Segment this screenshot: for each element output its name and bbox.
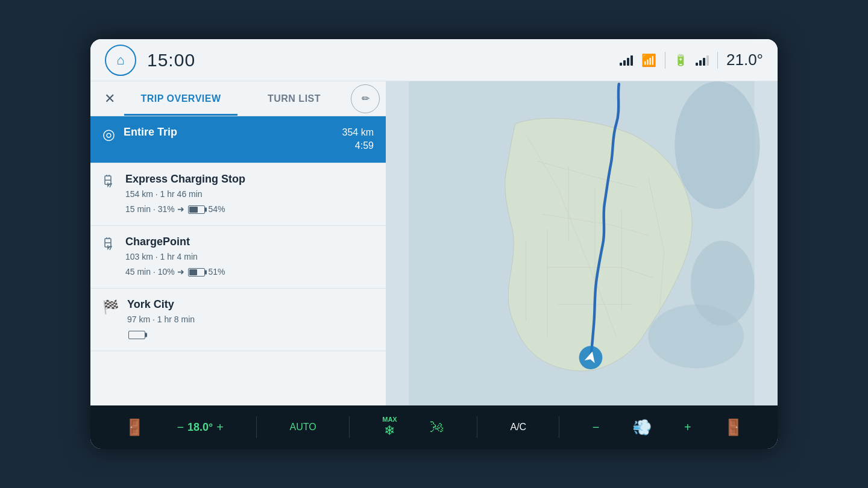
trip-item-charging[interactable]: Express Charging Stop 154 km · 1 hr 46 m… xyxy=(90,163,386,226)
trip-name-chargepoint: ChargePoint xyxy=(125,236,190,248)
ac-label: A/C xyxy=(510,422,526,433)
tab-turn-list[interactable]: TURN LIST xyxy=(237,81,351,116)
trip-sub2-chargepoint: 45 min · 10% ➜ 51% xyxy=(125,266,374,278)
status-icons: 📶 🔋 21.0° xyxy=(620,51,763,69)
climate-divider4 xyxy=(559,416,559,438)
fan-top-control: MAX ❄ xyxy=(382,416,397,439)
tab-trip-overview[interactable]: TRIP OVERVIEW xyxy=(124,81,237,116)
trip-panel: ✕ TRIP OVERVIEW TURN LIST ✏ ◎ xyxy=(90,81,386,405)
chargepoint-icon xyxy=(102,237,117,255)
edit-button[interactable]: ✏ xyxy=(351,84,380,113)
wifi-icon: 📶 xyxy=(641,53,656,67)
climate-divider2 xyxy=(349,416,350,438)
trip-name-charging: Express Charging Stop xyxy=(125,173,245,185)
fan-body-icon: 🌬 xyxy=(430,419,444,436)
trip-sub2-charging: 15 min · 31% ➜ 54% xyxy=(125,203,374,216)
close-icon: ✕ xyxy=(104,91,115,107)
map-area xyxy=(386,81,778,405)
trip-sub2-york xyxy=(127,328,374,341)
divider2 xyxy=(717,52,718,69)
trip-item-content-chargepoint: ChargePoint 103 km · 1 hr 4 min 45 min ·… xyxy=(125,236,374,278)
edit-icon: ✏ xyxy=(362,93,370,104)
climate-bar: 🚪 − 18.0° + AUTO MAX ❄ 🌬 A/C − xyxy=(90,405,778,449)
svg-point-9 xyxy=(648,304,744,368)
left-temp-plus[interactable]: + xyxy=(216,421,224,434)
close-button[interactable]: ✕ xyxy=(95,84,124,113)
auto-label: AUTO xyxy=(290,422,316,433)
destination-icon: ◎ xyxy=(102,126,115,143)
trip-item-york[interactable]: 🏁 York City 97 km · 1 hr 8 min xyxy=(90,289,386,351)
position-marker xyxy=(579,346,603,369)
home-button[interactable]: ⌂ xyxy=(105,45,136,76)
battery-icon: 🔋 xyxy=(674,54,687,67)
signal-icon xyxy=(620,55,633,66)
destination-flag-icon: 🏁 xyxy=(102,299,119,315)
climate-divider3 xyxy=(477,416,477,438)
left-temperature-control: − 18.0° + xyxy=(177,421,224,434)
left-temp-value: 18.0° xyxy=(187,421,213,434)
climate-divider1 xyxy=(256,416,257,438)
clock-display: 15:00 xyxy=(147,50,195,70)
left-seat-icon: 🚪 xyxy=(125,418,144,437)
tab-bar: ✕ TRIP OVERVIEW TURN LIST ✏ xyxy=(90,81,386,116)
right-temp-minus[interactable]: − xyxy=(593,421,600,434)
trip-item-chargepoint[interactable]: ChargePoint 103 km · 1 hr 4 min 45 min ·… xyxy=(90,226,386,289)
main-content: ✕ TRIP OVERVIEW TURN LIST ✏ ◎ xyxy=(90,81,778,405)
trip-sub1-chargepoint: 103 km · 1 hr 4 min xyxy=(125,251,374,263)
charging-icon xyxy=(102,174,117,192)
fan-defroster-icon: ❄ xyxy=(384,423,395,439)
trip-sub1-charging: 154 km · 1 hr 46 min xyxy=(125,188,374,201)
fan-speed-icon: 💨 xyxy=(632,418,652,437)
trip-item-entire[interactable]: ◎ Entire Trip 354 km 4:59 xyxy=(90,116,386,163)
left-temp-minus[interactable]: − xyxy=(177,421,184,434)
trip-item-content-york: York City 97 km · 1 hr 8 min xyxy=(127,298,374,341)
car-display-screen: ⌂ 15:00 📶 🔋 21.0° xyxy=(90,39,778,449)
trip-name-york: York City xyxy=(127,298,174,310)
trip-sub1-york: 97 km · 1 hr 8 min xyxy=(127,313,374,326)
cellular-icon xyxy=(696,55,709,66)
svg-point-7 xyxy=(675,81,760,209)
trip-distance-entire: 354 km 4:59 xyxy=(342,126,374,153)
right-temp-plus[interactable]: + xyxy=(684,421,691,434)
max-label: MAX xyxy=(382,416,397,423)
home-icon: ⌂ xyxy=(116,52,124,68)
trip-list: ◎ Entire Trip 354 km 4:59 xyxy=(90,116,386,405)
map-svg xyxy=(386,81,778,405)
temperature-display: 21.0° xyxy=(726,51,763,69)
status-bar: ⌂ 15:00 📶 🔋 21.0° xyxy=(90,39,778,81)
divider xyxy=(665,52,665,69)
trip-item-content-entire: Entire Trip 354 km 4:59 xyxy=(124,126,374,153)
trip-name-entire: Entire Trip xyxy=(124,126,177,139)
right-seat-icon: 🚪 xyxy=(724,418,743,437)
trip-item-content-charging: Express Charging Stop 154 km · 1 hr 46 m… xyxy=(125,173,374,216)
